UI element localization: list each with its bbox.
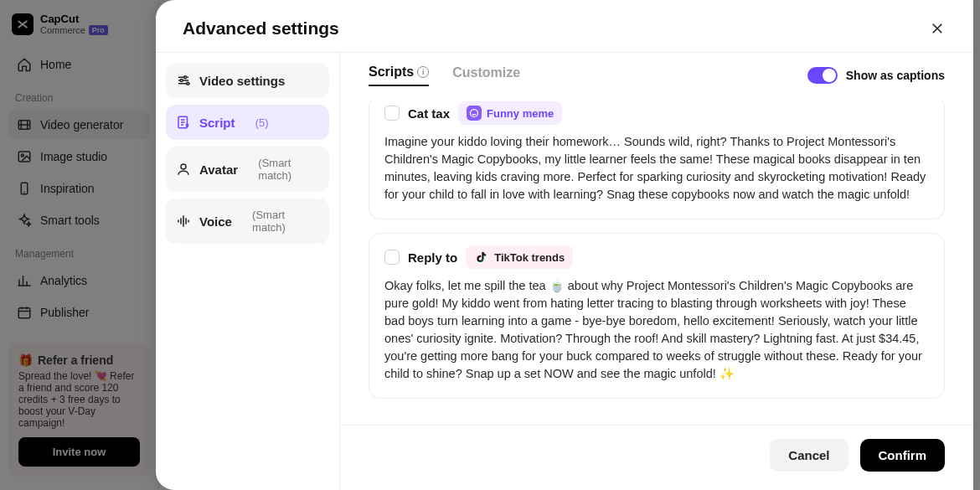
script-body: Imagine your kiddo loving their homework… (384, 133, 929, 204)
refer-title: Refer a friend (38, 353, 113, 367)
svg-point-7 (187, 82, 189, 85)
modal-nav-sublabel: (Smart match) (252, 209, 319, 234)
modal-nav-video-settings[interactable]: Video settings (166, 63, 329, 98)
chart-icon (17, 273, 32, 288)
tiktok-icon (474, 250, 489, 265)
script-checkbox[interactable] (384, 250, 400, 265)
sidebar-item-label: Publisher (40, 306, 89, 319)
app-logo: CapCut Commerce Pro (8, 13, 150, 35)
script-tag: TikTok trends (466, 245, 573, 269)
script-tag-label: Funny meme (487, 107, 554, 120)
scripts-list[interactable]: Cat tax Funny meme Imagine your kiddo lo… (340, 91, 973, 425)
modal-nav-voice[interactable]: Voice (Smart match) (166, 199, 329, 244)
modal-nav-label: Voice (199, 214, 232, 229)
tab-customize[interactable]: Customize (452, 64, 520, 86)
invite-now-button[interactable]: Invite now (18, 437, 140, 467)
sidebar-item-image-studio[interactable]: Image studio (8, 142, 150, 171)
modal-nav-script[interactable]: Script (5) (166, 105, 329, 140)
svg-point-5 (184, 76, 187, 79)
calendar-icon (17, 305, 32, 320)
tab-label: Scripts (369, 64, 414, 80)
section-label-management: Management (8, 238, 150, 263)
script-tag-label: TikTok trends (494, 251, 565, 264)
sidebar-item-smart-tools[interactable]: Smart tools (8, 206, 150, 235)
sidebar-item-label: Home (40, 58, 71, 71)
show-as-captions-toggle[interactable] (807, 67, 838, 84)
close-icon (930, 21, 945, 36)
meme-icon (467, 106, 482, 121)
tabs: Scripts i Customize (369, 64, 520, 86)
svg-point-6 (180, 80, 183, 82)
modal-nav-sublabel: (5) (255, 116, 269, 129)
sidebar-item-analytics[interactable]: Analytics (8, 266, 150, 295)
svg-point-10 (471, 110, 478, 117)
script-card: Reply to TikTok trends Okay folks, let m… (369, 233, 945, 399)
svg-rect-1 (18, 152, 30, 162)
modal-nav: Video settings Script (5) Avatar (Smart … (156, 53, 340, 490)
sidebar-item-label: Video generator (40, 118, 123, 132)
sidebar-item-label: Smart tools (40, 214, 100, 227)
svg-rect-4 (18, 308, 30, 318)
script-checkbox[interactable] (384, 106, 400, 121)
svg-rect-3 (21, 183, 28, 195)
sparkle-icon (17, 213, 32, 228)
logo-mark-icon (12, 13, 34, 35)
tab-label: Customize (452, 65, 520, 80)
home-icon (17, 57, 32, 72)
modal-nav-label: Script (199, 116, 235, 130)
cancel-button[interactable]: Cancel (770, 439, 848, 472)
script-title: Reply to (408, 250, 457, 265)
sidebar-item-video-generator[interactable]: Video generator (8, 111, 150, 139)
refer-body: Spread the love! 💘 Refer a friend and sc… (18, 370, 140, 429)
logo-subtitle: Commerce (40, 25, 85, 35)
phone-icon (17, 181, 32, 196)
toggle-label: Show as captions (846, 69, 945, 82)
voice-icon (176, 214, 191, 229)
sidebar-item-label: Image studio (40, 150, 107, 163)
sidebar-item-label: Analytics (40, 274, 87, 287)
image-icon (17, 149, 32, 164)
sidebar-item-home[interactable]: Home (8, 50, 150, 79)
modal-nav-avatar[interactable]: Avatar (Smart match) (166, 147, 329, 192)
gift-icon: 🎁 (18, 353, 33, 367)
modal-nav-label: Avatar (199, 162, 238, 177)
modal-nav-label: Video settings (199, 74, 285, 88)
info-icon[interactable]: i (417, 66, 429, 78)
confirm-button[interactable]: Confirm (860, 439, 946, 472)
close-button[interactable] (928, 19, 946, 38)
section-label-creation: Creation (8, 82, 150, 107)
script-body: Okay folks, let me spill the tea 🍵 about… (384, 277, 929, 383)
script-tag: Funny meme (458, 101, 562, 125)
sidebar-item-label: Inspiration (40, 182, 95, 195)
tab-scripts[interactable]: Scripts i (369, 64, 429, 86)
pro-badge: Pro (89, 25, 108, 35)
script-icon (176, 115, 191, 130)
sidebar-item-publisher[interactable]: Publisher (8, 298, 150, 327)
script-card: Cat tax Funny meme Imagine your kiddo lo… (369, 96, 945, 219)
film-icon (17, 117, 32, 132)
svg-point-2 (21, 154, 23, 157)
svg-point-9 (181, 164, 186, 169)
logo-title: CapCut (40, 13, 108, 25)
modal-title: Advanced settings (183, 18, 339, 39)
sidebar-item-inspiration[interactable]: Inspiration (8, 174, 150, 203)
avatar-icon (176, 162, 191, 177)
script-title: Cat tax (408, 106, 450, 121)
modal-nav-sublabel: (Smart match) (258, 157, 319, 182)
advanced-settings-modal: Advanced settings Video settings Script … (156, 0, 973, 490)
refer-card: 🎁 Refer a friend Spread the love! 💘 Refe… (8, 343, 150, 477)
sliders-icon (176, 73, 191, 88)
svg-rect-0 (18, 121, 30, 130)
